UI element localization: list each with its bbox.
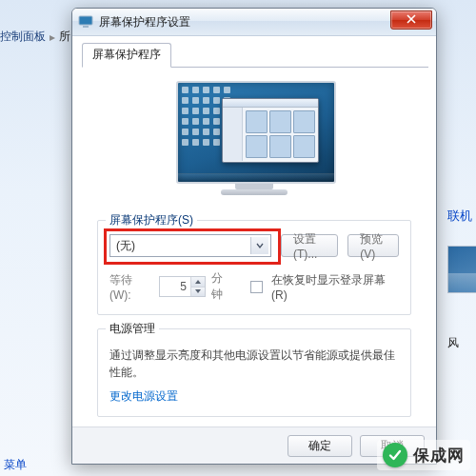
breadcrumb: 控制面板 ▸ 所 (0, 29, 70, 45)
watermark-text: 保成网 (413, 445, 465, 466)
watermark: 保成网 (377, 440, 470, 470)
monitor-screen (176, 81, 336, 184)
group-screensaver: 屏幕保护程序(S) (无) 设置(T)... 预览(V) 等待(W): (97, 220, 411, 315)
right-sidebar-peek: 联机 风 (438, 0, 476, 476)
left-bottom-link[interactable]: 菜单 (4, 457, 27, 473)
screensaver-combo[interactable]: (无) (109, 234, 271, 257)
screensaver-dialog: 屏幕保护程序设置 屏幕保护程序 (71, 8, 437, 465)
right-label: 风 (447, 335, 459, 351)
right-link-online[interactable]: 联机 (447, 208, 472, 225)
titlebar-app-icon (78, 14, 93, 30)
close-icon (407, 13, 416, 27)
resume-checkbox-label: 在恢复时显示登录屏幕(R) (271, 272, 399, 302)
chevron-down-icon (250, 237, 268, 254)
breadcrumb-separator-icon: ▸ (50, 30, 55, 44)
screensaver-combo-value: (无) (116, 238, 135, 254)
wait-value: 5 (160, 280, 190, 293)
spinner-up-icon[interactable] (191, 277, 205, 288)
tab-strip: 屏幕保护程序 (82, 42, 428, 68)
tab-screensaver[interactable]: 屏幕保护程序 (82, 43, 171, 68)
group-power-title: 电源管理 (106, 321, 159, 337)
breadcrumb-next[interactable]: 所 (59, 29, 70, 45)
group-screensaver-title: 屏幕保护程序(S) (106, 212, 197, 228)
wait-label: 等待(W): (109, 272, 153, 302)
tab-panel: 屏幕保护程序(S) (无) 设置(T)... 预览(V) 等待(W): (80, 68, 428, 440)
titlebar: 屏幕保护程序设置 (72, 9, 436, 36)
watermark-check-icon (383, 443, 407, 467)
wait-unit: 分钟 (211, 270, 234, 303)
power-description: 通过调整显示亮度和其他电源设置以节省能源或提供最佳性能。 (109, 347, 399, 381)
svg-rect-0 (79, 16, 92, 25)
monitor-preview (97, 81, 411, 205)
close-button[interactable] (390, 10, 432, 30)
breadcrumb-control-panel[interactable]: 控制面板 (0, 29, 46, 45)
preview-button[interactable]: 预览(V) (347, 234, 399, 257)
right-thumb[interactable] (447, 246, 476, 293)
wait-spinner[interactable]: 5 (159, 276, 206, 297)
spinner-down-icon[interactable] (191, 288, 205, 297)
titlebar-title: 屏幕保护程序设置 (99, 14, 190, 30)
resume-checkbox[interactable] (250, 281, 263, 293)
ok-button[interactable]: 确定 (288, 435, 352, 457)
group-power: 电源管理 通过调整显示亮度和其他电源设置以节省能源或提供最佳性能。 更改电源设置 (97, 328, 411, 417)
change-power-settings-link[interactable]: 更改电源设置 (109, 388, 399, 405)
settings-button[interactable]: 设置(T)... (281, 234, 338, 257)
tab-area: 屏幕保护程序 (72, 36, 436, 440)
svg-rect-1 (83, 26, 89, 28)
